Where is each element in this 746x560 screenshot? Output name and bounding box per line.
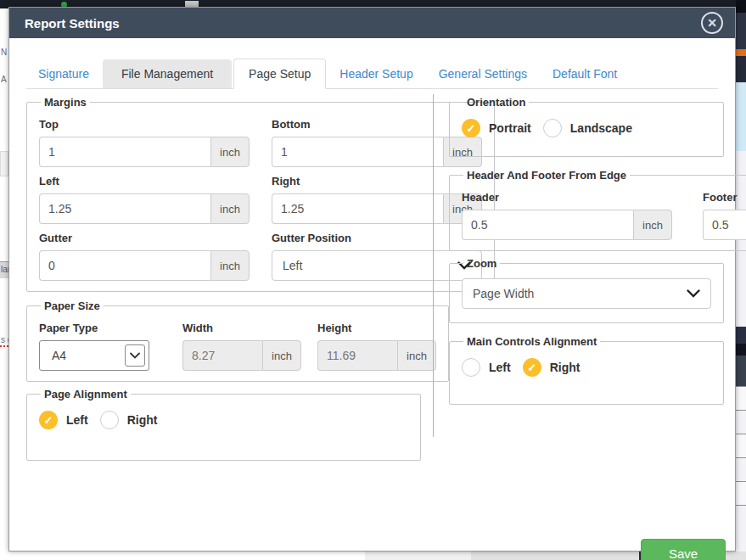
chevron-down-icon xyxy=(687,289,700,298)
bg-box-fragment xyxy=(0,151,8,176)
background-app-right-sliver xyxy=(736,0,746,560)
close-icon[interactable]: ✕ xyxy=(701,12,723,34)
main-controls-right-radio[interactable]: ✓ xyxy=(523,358,541,377)
check-icon: ✓ xyxy=(44,414,53,427)
tab-signature[interactable]: Signature xyxy=(26,59,101,88)
left-column: Margins Top inch Bottom xyxy=(26,96,421,461)
footer-edge-input[interactable] xyxy=(703,210,746,240)
orientation-portrait-radio[interactable]: ✓ xyxy=(462,119,480,137)
margins-legend: Margins xyxy=(41,96,90,109)
footer-edge-field: Footer inch xyxy=(703,183,746,240)
radio-label: Right xyxy=(127,413,158,427)
header-footer-legend: Header And Footer From Edge xyxy=(463,169,630,182)
field-label: Footer xyxy=(703,191,746,204)
margin-right-input[interactable] xyxy=(272,193,443,224)
tab-header-setup[interactable]: Header Setup xyxy=(328,59,424,88)
field-label: Paper Type xyxy=(39,322,166,334)
tab-default-font[interactable]: Default Font xyxy=(541,59,629,88)
field-label: Header xyxy=(462,191,672,204)
unit-addon: inch xyxy=(210,193,250,224)
radio-label: Portrait xyxy=(489,121,531,135)
paper-width-field: Width inch xyxy=(182,314,301,371)
radio-label: Landscape xyxy=(570,121,632,135)
chevron-down-icon xyxy=(125,344,145,367)
page-alignment-legend: Page Alignment xyxy=(41,388,131,400)
tab-file-management[interactable]: File Management xyxy=(103,59,232,88)
field-label: Left xyxy=(39,175,250,188)
page-alignment-section: Page Alignment ✓ Left Right xyxy=(26,388,421,461)
dialog-title: Report Settings xyxy=(25,16,701,31)
main-controls-alignment-section: Main Controls Alignment Left ✓ Right xyxy=(449,335,724,405)
header-edge-field: Header inch xyxy=(462,183,672,240)
tab-bar: Signature File Management Page Setup Hea… xyxy=(26,59,718,89)
main-controls-alignment-legend: Main Controls Alignment xyxy=(463,335,600,348)
header-footer-section: Header And Footer From Edge Header inch … xyxy=(449,169,746,251)
margin-left-input[interactable] xyxy=(39,193,210,224)
selected-value: A4 xyxy=(52,349,66,362)
selected-value: Page Width xyxy=(473,287,534,300)
bg-text-fragment: s c xyxy=(1,335,8,344)
tab-general-settings[interactable]: General Settings xyxy=(427,59,539,88)
radio-label: Right xyxy=(550,361,581,374)
zoom-section: Zoom Page Width xyxy=(449,257,724,323)
margin-bottom-input[interactable] xyxy=(272,137,443,167)
paper-width-input xyxy=(182,340,262,371)
unit-addon: inch xyxy=(633,210,672,240)
paper-size-section: Paper Size Paper Type A4 xyxy=(26,300,449,382)
radio-label: Left xyxy=(489,361,511,374)
header-edge-input[interactable] xyxy=(462,210,633,240)
spellcheck-underline xyxy=(0,345,8,347)
unit-addon: inch xyxy=(210,137,250,167)
unit-addon: inch xyxy=(262,340,301,371)
check-icon: ✓ xyxy=(527,361,536,374)
dialog-titlebar: Report Settings ✕ xyxy=(9,8,735,38)
gutter-input[interactable] xyxy=(39,250,210,281)
report-settings-dialog: Report Settings ✕ Signature File Managem… xyxy=(8,7,736,552)
right-column: Orientation ✓ Portrait Landscape Header … xyxy=(449,96,724,461)
selected-value: Left xyxy=(283,259,302,272)
orientation-section: Orientation ✓ Portrait Landscape xyxy=(449,96,724,157)
orientation-landscape-radio[interactable] xyxy=(543,119,562,137)
field-label: Width xyxy=(182,322,301,334)
paper-type-field: Paper Type A4 xyxy=(39,314,166,371)
margins-section: Margins Top inch Bottom xyxy=(26,96,495,292)
page-setup-panel: Margins Top inch Bottom xyxy=(26,89,718,461)
radio-label: Left xyxy=(66,413,88,427)
zoom-legend: Zoom xyxy=(463,257,500,270)
field-label: Height xyxy=(317,322,436,334)
unit-addon: inch xyxy=(397,340,436,371)
gutter-field: Gutter inch xyxy=(39,224,250,281)
tab-page-setup[interactable]: Page Setup xyxy=(233,59,326,89)
background-app-left-sliver: N A lar s c xyxy=(0,8,8,560)
orientation-legend: Orientation xyxy=(463,96,529,109)
paper-type-select[interactable]: A4 xyxy=(39,340,149,371)
bg-text-fragment: lar xyxy=(1,265,8,274)
paper-height-field: Height inch xyxy=(317,314,436,371)
margin-top-field: Top inch xyxy=(39,110,250,167)
margin-top-input[interactable] xyxy=(39,137,210,167)
margin-left-field: Left inch xyxy=(39,167,250,224)
check-icon: ✓ xyxy=(467,122,476,135)
zoom-select[interactable]: Page Width xyxy=(462,278,711,309)
page-align-left-radio[interactable]: ✓ xyxy=(39,411,58,429)
dialog-body: Signature File Management Page Setup Hea… xyxy=(9,59,735,560)
column-divider xyxy=(433,94,434,437)
paper-size-legend: Paper Size xyxy=(41,300,104,312)
unit-addon: inch xyxy=(210,250,250,281)
paper-height-input xyxy=(317,340,397,371)
field-label: Gutter xyxy=(39,232,250,244)
field-label: Top xyxy=(39,118,250,131)
page-align-right-radio[interactable] xyxy=(100,411,119,429)
main-controls-left-radio[interactable] xyxy=(462,358,480,377)
bg-text-fragment: N xyxy=(1,48,7,57)
save-button[interactable]: Save xyxy=(641,539,726,560)
bg-text-fragment: A xyxy=(1,75,7,84)
